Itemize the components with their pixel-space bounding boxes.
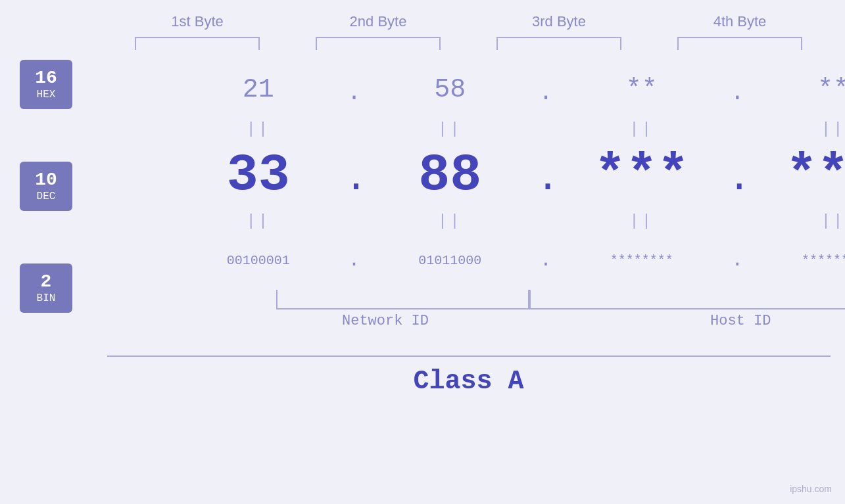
- class-label: Class A: [107, 367, 831, 396]
- bin-num: 2: [41, 272, 52, 292]
- hex-val-1: 21: [196, 75, 321, 104]
- dec-dot-1: .: [345, 156, 364, 201]
- bin-val-3: ********: [579, 253, 704, 268]
- hex-dot-3: .: [727, 80, 747, 106]
- bin-dot-2: .: [536, 249, 556, 271]
- byte-header-4: 4th Byte: [667, 13, 812, 30]
- hex-val-4: **: [771, 75, 845, 104]
- hex-base: HEX: [37, 89, 56, 101]
- values-grid: 21 . 58 . ** . ** || || || || 33: [184, 63, 845, 342]
- left-labels: 16 HEX 10 DEC 2 BIN: [0, 63, 92, 342]
- hex-row: 21 . 58 . ** . **: [184, 63, 845, 116]
- byte-header-1: 1st Byte: [125, 13, 270, 30]
- host-bracket: [529, 290, 845, 309]
- dec-base: DEC: [37, 191, 56, 202]
- dec-val-2: 88: [387, 145, 512, 205]
- dec-val-4: ***: [771, 145, 845, 205]
- main-layout: 16 HEX 10 DEC 2 BIN 21: [0, 63, 845, 342]
- sep-1-1: ||: [196, 120, 321, 138]
- main-container: 1st Byte 2nd Byte 3rd Byte 4th Byte 16 H…: [0, 0, 845, 504]
- bin-badge: 2 BIN: [20, 263, 72, 313]
- sep-1-3: ||: [579, 120, 704, 138]
- dec-val-3: ***: [579, 145, 704, 205]
- sep-row-1: || || || ||: [184, 116, 845, 142]
- bin-val-1: 00100001: [196, 253, 321, 268]
- hex-badge: 16 HEX: [20, 60, 72, 109]
- bin-val-4: ********: [771, 253, 845, 268]
- hex-dot-2: .: [536, 80, 556, 106]
- class-line: [107, 355, 831, 357]
- watermark: ipshu.com: [790, 484, 832, 494]
- hex-num: 16: [35, 68, 57, 89]
- dec-row: 33 . 88 . *** . ***: [184, 142, 845, 208]
- bracket-1: [135, 37, 260, 50]
- bracket-2: [316, 37, 441, 50]
- bin-val-2: 01011000: [387, 253, 512, 268]
- bin-base: BIN: [37, 292, 56, 304]
- dec-dot-3: .: [727, 156, 747, 201]
- top-brackets: [107, 37, 831, 50]
- bin-row: 00100001 . 01011000 . ******** . *******…: [184, 234, 845, 286]
- bottom-brackets: Network ID Host ID: [276, 290, 845, 342]
- bracket-3: [496, 37, 621, 50]
- sep-2-3: ||: [579, 212, 704, 230]
- hex-dot-1: .: [345, 80, 364, 106]
- bracket-4: [677, 37, 802, 50]
- bin-dot-3: .: [727, 249, 747, 271]
- bin-badge-wrapper: 2 BIN: [20, 282, 72, 334]
- hex-val-2: 58: [387, 75, 512, 104]
- dec-val-1: 33: [196, 145, 321, 205]
- class-container: Class A: [107, 355, 831, 396]
- network-bracket: [276, 290, 529, 309]
- dec-num: 10: [35, 170, 57, 191]
- host-id-label: Host ID: [710, 313, 771, 329]
- hex-val-3: **: [579, 75, 704, 104]
- sep-2-1: ||: [196, 212, 321, 230]
- network-id-label: Network ID: [342, 313, 429, 329]
- sep-1-2: ||: [387, 120, 512, 138]
- dec-badge: 10 DEC: [20, 162, 72, 211]
- sep-2-4: ||: [771, 212, 845, 230]
- sep-2-2: ||: [387, 212, 512, 230]
- sep-1-4: ||: [771, 120, 845, 138]
- byte-header-2: 2nd Byte: [306, 13, 450, 30]
- byte-headers: 1st Byte 2nd Byte 3rd Byte 4th Byte: [107, 13, 831, 30]
- bin-dot-1: .: [345, 249, 364, 271]
- sep-row-2: || || || ||: [184, 208, 845, 234]
- dec-dot-2: .: [536, 156, 556, 201]
- byte-header-3: 3rd Byte: [487, 13, 631, 30]
- dec-badge-wrapper: 10 DEC: [20, 180, 72, 233]
- hex-badge-wrapper: 16 HEX: [20, 78, 72, 131]
